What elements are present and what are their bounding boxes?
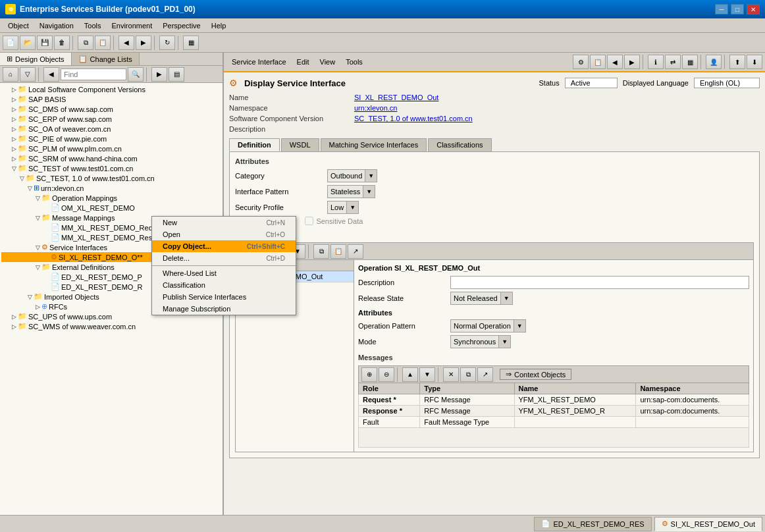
tree-item-sc-plm[interactable]: ▷ 📁 SC_PLM of www.plm.com.cn: [1, 144, 221, 153]
tab-matching[interactable]: Matching Service Interfaces: [321, 138, 427, 151]
rtb-ext2[interactable]: ⬇: [747, 55, 762, 69]
toolbar-layout[interactable]: ▦: [183, 36, 199, 50]
minimize-button[interactable]: ─: [715, 4, 728, 14]
tree-item-urn-xlevon[interactable]: ▽ ⊞ urn:xlevon.cn: [1, 183, 221, 193]
toolbar-forward[interactable]: ▶: [136, 36, 151, 50]
menu-perspective[interactable]: Perspective: [157, 20, 205, 31]
tree-item-sc-test[interactable]: ▽ 📁 SC_TEST of www.test01.com.cn: [1, 163, 221, 173]
interface-pattern-dropdown[interactable]: ▼: [363, 185, 375, 198]
ctx-open[interactable]: Open Ctrl+O: [152, 228, 296, 240]
status-tab-ed[interactable]: 📄 ED_XL_REST_DEMO_RES: [534, 517, 651, 531]
left-tb-expand[interactable]: ▶: [151, 67, 167, 82]
rtb-btn4[interactable]: ▶: [624, 55, 640, 69]
security-profile-dropdown[interactable]: ▼: [347, 201, 359, 214]
status-tab-si[interactable]: ⚙ SI_XL_REST_DEMO_Out: [654, 517, 762, 531]
close-button[interactable]: ✕: [747, 4, 760, 14]
menu-environment[interactable]: Environment: [106, 20, 157, 31]
msg-tb-del[interactable]: ✕: [443, 367, 459, 382]
ctx-publish[interactable]: Publish Service Interfaces: [152, 291, 296, 303]
tab-design-objects[interactable]: ⊞ Design Objects: [0, 53, 72, 65]
left-tb-filter[interactable]: ▽: [20, 67, 36, 82]
tree-item-sc-dms[interactable]: ▷ 📁 SC_DMS of www.sap.com: [1, 104, 221, 114]
sensitive-data-check[interactable]: [305, 217, 313, 225]
table-row[interactable]: Fault Fault Message Type: [359, 417, 749, 428]
msg-tb-copy[interactable]: ⧉: [460, 367, 476, 382]
toolbar-new[interactable]: 📄: [3, 36, 18, 50]
msg-tb-down[interactable]: ▼: [419, 367, 435, 382]
op-tb-ref[interactable]: ↗: [348, 244, 363, 259]
msg-tb-btn2[interactable]: ⊖: [379, 367, 394, 382]
rtm-tools[interactable]: Tools: [340, 57, 368, 67]
category-dropdown[interactable]: ▼: [365, 169, 377, 182]
menu-help[interactable]: Help: [206, 20, 232, 31]
rtm-service-interface[interactable]: Service Interface: [226, 57, 292, 67]
ctx-manage-sub[interactable]: Manage Subscription: [152, 303, 296, 315]
rtb-connect[interactable]: ⇄: [665, 55, 681, 69]
ctx-classification[interactable]: Classification: [152, 279, 296, 291]
messages-table: Role Type Name Namespace Request: [358, 383, 749, 448]
msg-tb-ref[interactable]: ↗: [477, 367, 493, 382]
tree-item-local-sw[interactable]: ▷ 📁 Local Software Component Versions: [1, 84, 221, 94]
op-pattern-dropdown[interactable]: ▼: [514, 319, 526, 332]
ctx-where-used[interactable]: Where-Used List: [152, 267, 296, 279]
status-value: Active: [565, 78, 618, 88]
op-tb-paste[interactable]: 📋: [330, 244, 346, 259]
rtb-btn2[interactable]: 📋: [590, 55, 606, 69]
toolbar-back[interactable]: ◀: [119, 36, 134, 50]
left-tb-search[interactable]: 🔍: [128, 67, 144, 82]
rtb-layout[interactable]: ▦: [682, 55, 698, 69]
tree-item-op-mappings[interactable]: ▽ 📁 Operation Mappings: [1, 193, 221, 203]
tab-change-lists[interactable]: 📋 Change Lists: [72, 53, 140, 65]
tree-item-sc-test-ver[interactable]: ▽ 📁 SC_TEST, 1.0 of www.test01.com.cn: [1, 173, 221, 183]
rtb-btn1[interactable]: ⚙: [573, 55, 589, 69]
msg-tb-up[interactable]: ▲: [402, 367, 418, 382]
tree-item-sap-basis[interactable]: ▷ 📁 SAP BASIS: [1, 94, 221, 104]
op-mode-dropdown[interactable]: ▼: [499, 335, 511, 348]
table-row[interactable]: Request * RFC Message YFM_XL_REST_DEMO u…: [359, 394, 749, 406]
toolbar-copy[interactable]: ⧉: [78, 36, 93, 50]
menu-tools[interactable]: Tools: [79, 20, 107, 31]
toolbar-paste[interactable]: 📋: [95, 36, 111, 50]
rtb-btn3[interactable]: ◀: [607, 55, 623, 69]
release-state-dropdown[interactable]: ▼: [501, 292, 513, 305]
table-row[interactable]: Response * RFC Message YFM_XL_REST_DEMO_…: [359, 406, 749, 417]
rtm-view[interactable]: View: [315, 57, 341, 67]
description-row: Description: [229, 125, 760, 133]
menu-navigation[interactable]: Navigation: [34, 20, 79, 31]
left-tb-prev[interactable]: ◀: [43, 67, 59, 82]
tree-item-om-xl[interactable]: 📄 OM_XL_REST_DEMO: [1, 203, 221, 213]
maximize-button[interactable]: □: [731, 4, 744, 14]
doc-icon: 📄: [51, 273, 60, 281]
tab-definition[interactable]: Definition: [229, 138, 280, 151]
sensitive-data-checkbox[interactable]: Sensitive Data: [305, 217, 363, 225]
toolbar-open[interactable]: 📂: [20, 36, 36, 50]
op-tb-copy[interactable]: ⧉: [313, 244, 329, 259]
context-objects-button[interactable]: ⇒ Context Objects: [500, 369, 571, 380]
toolbar-save[interactable]: 💾: [37, 36, 53, 50]
left-tb-home[interactable]: ⌂: [3, 67, 18, 82]
tree-item-sc-oa[interactable]: ▷ 📁 SC_OA of weaver.com.cn: [1, 124, 221, 134]
right-toolbar: Service Interface Edit View Tools ⚙ 📋 ◀ …: [224, 53, 765, 72]
toolbar-refresh[interactable]: ↻: [159, 36, 175, 50]
tree-item-sc-wms[interactable]: ▷ 📁 SC_WMS of www.weaver.com.cn: [1, 321, 221, 331]
search-input[interactable]: [61, 68, 126, 80]
tree-item-sc-srm[interactable]: ▷ 📁 SC_SRM of www.hand-china.com: [1, 153, 221, 163]
left-tb-collapse[interactable]: ▤: [169, 67, 184, 82]
toolbar-delete[interactable]: 🗑: [54, 36, 70, 50]
tree-item-sc-erp[interactable]: ▷ 📁 SC_ERP of www.sap.com: [1, 114, 221, 124]
tab-wsdl[interactable]: WSDL: [281, 138, 319, 151]
tree-item-sc-pie[interactable]: ▷ 📁 SC_PIE of www.pie.com: [1, 134, 221, 144]
expand-icon: ▽: [36, 244, 40, 251]
ctx-copy-object[interactable]: Copy Object... Ctrl+Shift+C: [152, 240, 296, 252]
ctx-delete[interactable]: Delete... Ctrl+D: [152, 252, 296, 264]
tab-classifications[interactable]: Classifications: [428, 138, 491, 151]
rtb-ext[interactable]: ⬆: [729, 55, 745, 69]
op-description-input[interactable]: [450, 276, 749, 289]
menu-object[interactable]: Object: [3, 20, 34, 31]
rtm-edit[interactable]: Edit: [292, 57, 315, 67]
msg-tb-btn1[interactable]: ⊕: [361, 367, 377, 382]
title-controls[interactable]: ─ □ ✕: [715, 4, 760, 14]
ctx-new[interactable]: New Ctrl+N: [152, 217, 296, 228]
rtb-person[interactable]: 👤: [706, 55, 722, 69]
rtb-info[interactable]: ℹ: [648, 55, 664, 69]
